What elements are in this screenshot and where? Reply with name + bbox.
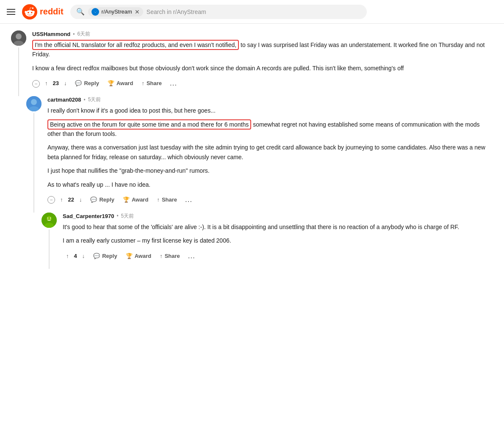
comment-2-para5: As to what's really up ... I have no ide… (47, 180, 494, 189)
reply-label-3: Reply (102, 253, 117, 259)
comment-1-actions: − ↑ 23 ↓ 💬 Reply 🏆 Award ↑ Share (32, 77, 494, 89)
reply-btn-3[interactable]: 💬 Reply (90, 251, 120, 261)
site-header: reddit 🔍 r/AnyStream ✕ Search in r/AnySt… (0, 0, 504, 24)
remove-subreddit-filter[interactable]: ✕ (135, 8, 140, 15)
comment-2-actions: − ↑ 22 ↓ 💬 Reply 🏆 Award (47, 193, 494, 206)
reply-icon-1: 💬 (75, 80, 82, 86)
highlight-2: Being active on the forum for quite some… (47, 119, 251, 130)
svg-point-1 (92, 9, 98, 15)
share-icon-2: ↑ (157, 196, 160, 203)
award-icon-3: 🏆 (126, 253, 133, 259)
upvote-btn-1[interactable]: ↑ (42, 78, 51, 88)
comment-2: cartman0208 • 5天前 I really don't know if… (25, 96, 494, 213)
svg-point-6 (31, 99, 37, 105)
timestamp-3: 5天前 (121, 213, 134, 220)
svg-point-3 (16, 33, 22, 39)
comment-2-text: I really don't know if it's a good idea … (47, 106, 494, 189)
award-label-1: Award (116, 80, 133, 86)
share-icon-1: ↑ (141, 80, 144, 86)
thread-line-3[interactable] (49, 229, 50, 269)
collapse-btn-2[interactable]: − (47, 196, 55, 204)
award-btn-2[interactable]: 🏆 Award (119, 195, 152, 205)
reply-icon-3: 💬 (93, 253, 100, 259)
thread-line-1[interactable] (18, 47, 19, 96)
comment-1-para2: I know a few direct redfox mailboxes but… (32, 64, 494, 73)
comment-2-meta: cartman0208 • 5天前 (47, 96, 494, 103)
reply-label-1: Reply (84, 80, 99, 86)
comment-1-left (10, 30, 27, 96)
comment-1-body: USSHammond • 6天前 I'm the official NL tra… (27, 30, 494, 96)
award-label-2: Award (132, 196, 149, 203)
comment-3-actions: ↑ 4 ↓ 💬 Reply 🏆 Award (63, 250, 494, 262)
comment-3-body: Sad_Carpenter1970 • 5天前 It's good to hea… (58, 213, 494, 269)
reply-icon-2: 💬 (90, 196, 97, 203)
comment-2-left (25, 96, 42, 213)
comment-3: Sad_Carpenter1970 • 5天前 It's good to hea… (41, 213, 494, 269)
downvote-btn-2[interactable]: ↓ (76, 195, 86, 205)
share-label-2: Share (162, 196, 177, 203)
search-placeholder: Search in r/AnyStream (147, 8, 206, 15)
reply-label-2: Reply (99, 196, 114, 203)
username-sad-carpenter[interactable]: Sad_Carpenter1970 (63, 213, 114, 219)
comment-1: USSHammond • 6天前 I'm the official NL tra… (10, 30, 494, 96)
timestamp-2: 5天前 (88, 96, 101, 103)
avatar-cartman (26, 96, 42, 111)
award-btn-3[interactable]: 🏆 Award (122, 251, 155, 261)
share-label-3: Share (165, 253, 180, 259)
comments-section: USSHammond • 6天前 I'm the official NL tra… (0, 24, 504, 276)
hamburger-menu[interactable] (7, 9, 15, 15)
nested-level-1: cartman0208 • 5天前 I really don't know if… (10, 96, 494, 269)
collapse-btn-1[interactable]: − (32, 80, 40, 88)
more-btn-1[interactable]: … (167, 77, 180, 89)
svg-point-11 (47, 218, 48, 218)
award-icon-1: 🏆 (108, 80, 114, 86)
share-btn-2[interactable]: ↑ Share (153, 195, 180, 205)
username-cartman[interactable]: cartman0208 (47, 97, 81, 103)
share-icon-3: ↑ (160, 253, 163, 259)
downvote-btn-3[interactable]: ↓ (79, 251, 89, 261)
share-btn-1[interactable]: ↑ Share (138, 78, 165, 88)
more-btn-3[interactable]: … (185, 250, 198, 262)
award-label-3: Award (135, 253, 152, 259)
comment-3-left (41, 213, 58, 269)
comment-3-para1: It's good to hear that some of the 'offi… (63, 222, 494, 232)
vote-count-2: 22 (67, 196, 75, 203)
vote-group-1: ↑ 23 ↓ (42, 78, 70, 88)
share-label-1: Share (147, 80, 162, 86)
avatar-sad-carpenter (42, 213, 57, 228)
subreddit-icon (91, 8, 99, 16)
comment-1-meta: USSHammond • 6天前 (32, 30, 494, 38)
subreddit-name: r/AnyStream (102, 8, 132, 15)
award-btn-1[interactable]: 🏆 Award (104, 78, 137, 88)
reply-btn-1[interactable]: 💬 Reply (72, 78, 102, 88)
reply-btn-2[interactable]: 💬 Reply (87, 195, 117, 205)
thread-line-2[interactable] (33, 113, 34, 213)
reddit-logo[interactable]: reddit (22, 4, 64, 19)
vote-group-2: ↑ 22 ↓ (57, 195, 85, 205)
highlight-1: I'm the official NL translator for all r… (32, 40, 239, 50)
timestamp-1: 6天前 (78, 30, 91, 38)
more-btn-2[interactable]: … (182, 193, 195, 206)
svg-point-12 (50, 218, 51, 218)
comment-2-body: cartman0208 • 5天前 I really don't know if… (42, 96, 494, 213)
subreddit-pill[interactable]: r/AnyStream ✕ (88, 7, 143, 17)
comment-3-para2: I am a really early customer – my first … (63, 236, 494, 245)
site-wordmark: reddit (40, 7, 64, 17)
comment-3-text: It's good to hear that some of the 'offi… (63, 222, 494, 246)
username-usshammond[interactable]: USSHammond (32, 31, 70, 37)
award-icon-2: 🏆 (123, 196, 130, 203)
search-icon: 🔍 (76, 8, 85, 16)
upvote-btn-3[interactable]: ↑ (63, 251, 72, 261)
downvote-btn-1[interactable]: ↓ (61, 78, 70, 88)
vote-count-3: 4 (73, 253, 78, 259)
search-bar[interactable]: 🔍 r/AnyStream ✕ Search in r/AnyStream (70, 5, 367, 19)
comment-2-para3: Anyway, there was a conversation just la… (47, 143, 494, 162)
upvote-btn-2[interactable]: ↑ (57, 195, 66, 205)
comment-1-text: I'm the official NL translator for all r… (32, 40, 494, 73)
vote-count-1: 23 (52, 80, 60, 86)
share-btn-3[interactable]: ↑ Share (156, 251, 183, 261)
nested-level-2: Sad_Carpenter1970 • 5天前 It's good to hea… (25, 213, 494, 269)
comment-3-meta: Sad_Carpenter1970 • 5天前 (63, 213, 494, 220)
comment-2-para4: I just hope that nullifies the "grab-the… (47, 166, 494, 175)
comment-2-para1: I really don't know if it's a good idea … (47, 106, 494, 115)
